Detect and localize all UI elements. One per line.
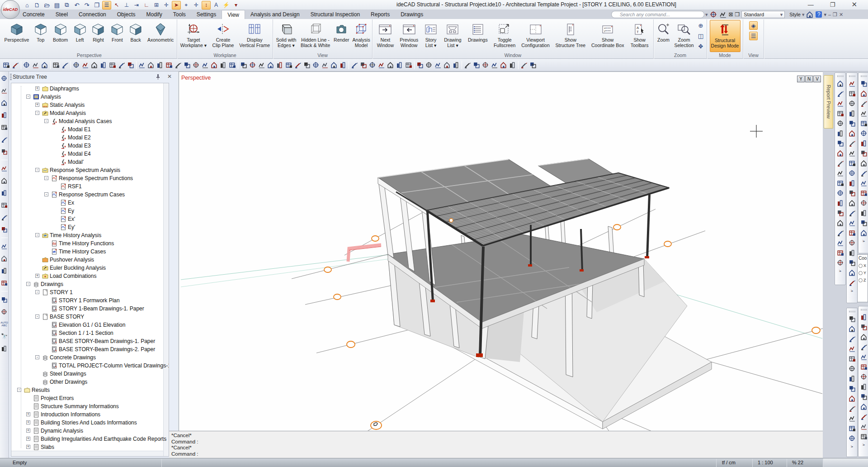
tree-item[interactable]: Response Spectrum Cases <box>59 191 125 198</box>
brush-3d-icon[interactable] <box>0 267 9 275</box>
redo-icon[interactable]: ↷ <box>82 1 91 10</box>
ribbon-button-toggle[interactable]: ToggleFullscreen <box>491 20 518 52</box>
tab-tools[interactable]: Tools <box>168 10 191 19</box>
snap-point-icon[interactable]: ◈ <box>749 21 758 30</box>
move-icon[interactable] <box>72 61 81 70</box>
zoom-box-icon[interactable]: ◫ <box>697 32 705 40</box>
scale-as-icon[interactable]: A <box>212 1 221 10</box>
right-tool-icon[interactable] <box>859 372 868 381</box>
node-snap-icon[interactable]: ✛ <box>162 1 171 10</box>
view-orange-icon[interactable] <box>519 61 528 70</box>
wall-draw-icon[interactable] <box>377 61 386 70</box>
right-tool-icon[interactable] <box>836 199 844 207</box>
measure-2-icon[interactable] <box>311 61 321 70</box>
right-tool-icon[interactable] <box>848 159 856 167</box>
tree-expander[interactable]: - <box>17 388 21 392</box>
tree-expander[interactable]: - <box>35 315 39 319</box>
right-tool-icon[interactable] <box>836 119 844 128</box>
tree-item[interactable]: Steel Drawings <box>50 371 86 377</box>
tree-item[interactable]: Ey' <box>68 224 75 230</box>
tree-item[interactable]: Results <box>32 387 50 393</box>
right-tool-icon[interactable] <box>859 149 868 157</box>
tree-expander[interactable]: + <box>26 420 30 424</box>
eraser-3d-icon[interactable] <box>0 242 9 250</box>
tree-expander[interactable]: - <box>35 355 39 359</box>
mdi-restore[interactable]: ❒ <box>833 12 837 18</box>
grid-dims-icon[interactable]: ⊞ <box>152 1 161 10</box>
dome-icon[interactable] <box>156 61 165 70</box>
break-line-icon[interactable] <box>146 61 156 70</box>
ribbon-button-show[interactable]: ShowStructure Tree <box>553 20 588 52</box>
node-merge-icon[interactable] <box>192 61 201 70</box>
tree-vscrollbar[interactable] <box>163 83 169 456</box>
dots-icon[interactable] <box>0 225 9 234</box>
right-tool-icon[interactable] <box>836 159 844 167</box>
right-tool-icon[interactable] <box>859 79 868 88</box>
ribbon-button-show[interactable]: x=y=ShowCoordinate Box <box>589 20 626 52</box>
tree-item[interactable]: TOTAL PROJECT-Column Vertical Drawings-1… <box>59 362 169 369</box>
ribbon-button-zoom[interactable]: Zoom <box>655 20 673 52</box>
group-sel-icon[interactable] <box>499 61 508 70</box>
tab-settings[interactable]: Settings <box>191 10 222 19</box>
report-preview-tab[interactable]: Report Preview <box>824 75 833 129</box>
tree-item[interactable]: Time History Functions <box>59 240 114 247</box>
ribbon-button-target[interactable]: TargetWorkplane ▾ <box>178 20 209 52</box>
ribbon-button-structural[interactable]: StructuralDesign Mode <box>710 20 741 52</box>
right-tool-icon[interactable] <box>848 344 856 353</box>
right-tool-icon[interactable] <box>836 79 844 88</box>
coord-axis-z[interactable]: Z <box>859 278 867 282</box>
tree-item[interactable]: Project Errors <box>41 395 74 401</box>
table-edit-icon[interactable] <box>0 135 9 143</box>
tree-expander[interactable]: - <box>44 176 48 180</box>
right-tool-icon[interactable] <box>836 169 844 177</box>
tree-item[interactable]: STORY 1-Beam Drawings-1. Paper <box>59 305 144 312</box>
table-grid-icon[interactable] <box>257 61 266 70</box>
tree-expander[interactable]: + <box>26 412 30 416</box>
ribbon-button-display[interactable]: DisplayVertical Frame <box>237 20 272 52</box>
chart-col-icon[interactable] <box>165 61 174 70</box>
ribbon-button-show[interactable]: ATShowToolbars <box>628 20 651 52</box>
right-tool-icon[interactable] <box>859 179 868 187</box>
viewport-btn-v[interactable]: V <box>813 76 821 82</box>
tree-item[interactable]: Elevation G1 / G1 Elevation <box>59 322 125 328</box>
ribbon-button-drawings[interactable]: Drawings <box>466 20 490 52</box>
tab-connection[interactable]: Connection <box>73 10 112 19</box>
right-tool-icon[interactable] <box>859 159 868 167</box>
tree-item[interactable]: Time History Analysis <box>50 232 101 238</box>
tree-item[interactable]: Concrete Drawings <box>50 354 96 361</box>
beam-draw-icon[interactable] <box>350 61 359 70</box>
trim-icon[interactable] <box>137 61 146 70</box>
tree-expander[interactable]: + <box>35 86 39 91</box>
block-lib-icon[interactable] <box>472 61 481 70</box>
tree-item[interactable]: Modal E3 <box>68 143 91 149</box>
spline-icon[interactable] <box>275 61 284 70</box>
right-tool-icon[interactable] <box>848 229 856 237</box>
right-tool-icon[interactable] <box>848 99 856 108</box>
track-cross-icon[interactable]: ✛ <box>192 1 201 10</box>
slab-draw-icon[interactable] <box>368 61 377 70</box>
ribbon-button-hidden-line-[interactable]: Hidden Line -Black & White <box>299 20 332 52</box>
tab-reports[interactable]: Reports <box>365 10 395 19</box>
ribbon-button-left[interactable]: Left <box>71 20 89 52</box>
rotate-icon[interactable] <box>90 61 99 70</box>
dim-arc-icon[interactable] <box>61 61 70 70</box>
ribbon-button-front[interactable]: Front <box>108 20 127 52</box>
right-tool-icon[interactable] <box>859 422 868 431</box>
tree-item[interactable]: Other Drawings <box>50 379 87 385</box>
tree-expander[interactable]: - <box>35 111 39 115</box>
select-fence-icon[interactable] <box>22 61 31 70</box>
right-tool-icon[interactable] <box>859 353 868 361</box>
coord-axis-x[interactable]: X <box>859 263 867 268</box>
right-tool-icon[interactable] <box>859 109 868 118</box>
hatch-icon[interactable] <box>481 61 490 70</box>
right-tool-icon[interactable] <box>859 129 868 138</box>
ribbon-button-zoom[interactable]: ZoomSelection <box>673 20 695 52</box>
right-tool-icon[interactable] <box>859 362 868 371</box>
zoom-window-icon[interactable]: ⊕ <box>697 21 705 30</box>
tree-item[interactable]: BASE STORY-Beam Drawings-1. Paper <box>59 338 155 344</box>
tree-expander[interactable]: + <box>26 445 30 449</box>
right-tool-icon[interactable] <box>848 324 856 333</box>
search-input[interactable]: Search any command... <box>611 11 704 18</box>
right-tool-icon[interactable] <box>848 394 856 403</box>
axis-cross-icon[interactable] <box>174 61 183 70</box>
